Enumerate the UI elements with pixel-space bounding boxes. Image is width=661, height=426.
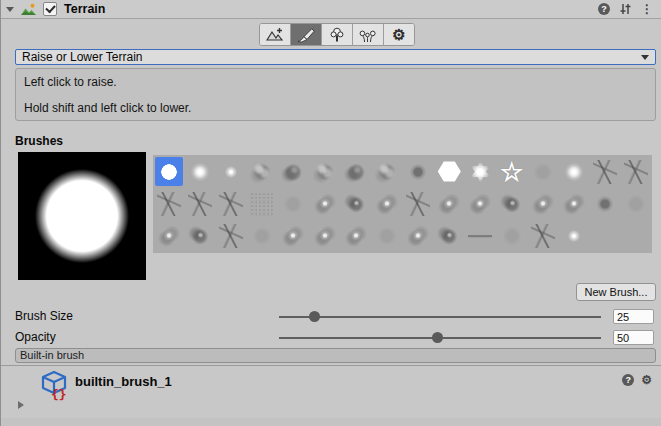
brush-thumbnail[interactable] — [498, 189, 526, 218]
help-box: Left click to raise. Hold shift and left… — [15, 68, 656, 121]
brush-thumbnail[interactable] — [435, 221, 463, 250]
brush-cloud-icon — [250, 160, 274, 184]
brush-thumbnail[interactable] — [248, 221, 276, 250]
brush-glow-sm-icon — [219, 160, 243, 184]
slider-thumb[interactable] — [309, 311, 320, 322]
brush-thumbnail[interactable]: ☆ — [498, 157, 526, 186]
brush-thumbnail[interactable] — [373, 157, 401, 186]
foldout-closed-icon[interactable] — [18, 401, 24, 409]
brush-scratch-icon — [406, 192, 430, 216]
presets-icon[interactable] — [619, 3, 632, 15]
brush-thumbnail[interactable] — [279, 157, 307, 186]
checkmark-icon — [45, 3, 55, 14]
paintbrush-icon — [296, 27, 316, 43]
brush-glow-icon — [562, 160, 586, 184]
brush-thumbnail[interactable] — [311, 221, 339, 250]
brush-thumbnail[interactable] — [248, 189, 276, 218]
opacity-slider[interactable] — [279, 331, 601, 345]
brush-faint-icon — [531, 160, 555, 184]
brush-thumbnail[interactable] — [498, 221, 526, 250]
tool-paint-trees[interactable] — [322, 24, 353, 45]
builtin-brush-bar: Built-in brush — [15, 348, 656, 363]
slider-track — [279, 316, 601, 318]
brush-thumbnail[interactable] — [279, 221, 307, 250]
tool-paint-terrain[interactable] — [291, 24, 322, 45]
brush-faint-icon — [624, 192, 648, 216]
brush-thumbnail[interactable] — [186, 189, 214, 218]
brush-thumbnail[interactable] — [155, 189, 183, 218]
brush-thumbnail[interactable] — [217, 157, 245, 186]
brush-thumbnail[interactable] — [186, 221, 214, 250]
brush-thumbnail[interactable] — [529, 157, 557, 186]
brush-thumbnail[interactable] — [373, 221, 401, 250]
brush-thumbnail[interactable] — [529, 189, 557, 218]
brush-thumbnail[interactable] — [622, 157, 650, 186]
new-brush-button[interactable]: New Brush... — [576, 283, 656, 301]
brush-thumbnail[interactable] — [342, 157, 370, 186]
paint-tool-dropdown[interactable]: Raise or Lower Terrain — [15, 49, 656, 65]
brush-noise-icon — [250, 192, 274, 216]
brush-thumbnail[interactable] — [591, 189, 619, 218]
brush-thumbnail[interactable] — [560, 157, 588, 186]
enabled-checkbox[interactable] — [43, 2, 57, 16]
brush-splat-icon — [406, 224, 430, 248]
tool-create-neighbor-terrains[interactable] — [260, 24, 291, 45]
brush-blob-dark-icon — [406, 160, 430, 184]
tool-paint-details[interactable] — [353, 24, 384, 45]
brush-scratch-icon — [531, 224, 555, 248]
brush-thumbnail[interactable] — [404, 157, 432, 186]
brush-glow-icon — [188, 160, 212, 184]
brush-thumbnail[interactable] — [466, 189, 494, 218]
dropdown-selected-label: Raise or Lower Terrain — [22, 50, 143, 64]
brush-thumbnail[interactable] — [342, 221, 370, 250]
brush-blob-dark-icon — [593, 192, 617, 216]
brush-splat-dark-icon — [437, 224, 461, 248]
tool-terrain-settings[interactable]: ⚙ — [384, 24, 414, 45]
help-line-2: Hold shift and left click to lower. — [24, 101, 647, 115]
brush-thumbnail[interactable] — [186, 157, 214, 186]
brush-palette: ☆ — [153, 155, 652, 253]
brush-thumbnail[interactable] — [560, 221, 588, 250]
brush-size-slider[interactable] — [279, 310, 601, 324]
brush-thumbnail[interactable] — [622, 189, 650, 218]
brush-thumbnail[interactable] — [404, 221, 432, 250]
brush-thumbnail[interactable] — [248, 157, 276, 186]
brush-thumbnail[interactable] — [311, 157, 339, 186]
brush-thumbnail[interactable] — [279, 189, 307, 218]
more-menu-icon[interactable]: ⋮ — [641, 3, 653, 15]
brush-thumbnail[interactable] — [373, 189, 401, 218]
brush-faint-icon — [500, 224, 524, 248]
gear-icon[interactable]: ⚙ — [641, 374, 652, 386]
brush-thumbnail[interactable] — [155, 221, 183, 250]
brush-thumbnail[interactable] — [466, 157, 494, 186]
terrain-toolbar: ⚙ — [259, 23, 415, 46]
brush-circle-icon — [157, 160, 181, 184]
brush-cloud-dark-icon — [281, 160, 305, 184]
brush-thumbnail[interactable] — [435, 189, 463, 218]
component-title: Terrain — [64, 2, 105, 16]
brush-thumbnail[interactable] — [311, 189, 339, 218]
brush-thumbnail[interactable] — [466, 221, 494, 250]
brush-thumbnail[interactable] — [404, 189, 432, 218]
brush-thumbnail[interactable] — [217, 189, 245, 218]
brush-splat-icon — [531, 192, 555, 216]
foldout-open-icon[interactable] — [6, 7, 14, 12]
brush-size-field[interactable] — [613, 309, 654, 324]
brush-scratch-icon — [219, 224, 243, 248]
brush-thumbnail[interactable] — [560, 189, 588, 218]
header-actions: ? ⋮ — [598, 0, 653, 18]
brush-scratch-icon — [219, 192, 243, 216]
help-icon[interactable]: ? — [622, 374, 634, 386]
brush-cloud-icon — [375, 160, 399, 184]
brush-thumbnail[interactable] — [342, 189, 370, 218]
brush-thumbnail[interactable] — [217, 221, 245, 250]
help-icon[interactable]: ? — [598, 3, 610, 15]
brush-scratch-icon — [157, 192, 181, 216]
opacity-field[interactable] — [613, 330, 654, 345]
help-line-1: Left click to raise. — [24, 75, 647, 89]
brush-thumbnail[interactable] — [591, 157, 619, 186]
brush-thumbnail[interactable] — [155, 157, 183, 186]
slider-thumb[interactable] — [432, 332, 443, 343]
brush-thumbnail[interactable] — [435, 157, 463, 186]
brush-thumbnail[interactable] — [529, 221, 557, 250]
